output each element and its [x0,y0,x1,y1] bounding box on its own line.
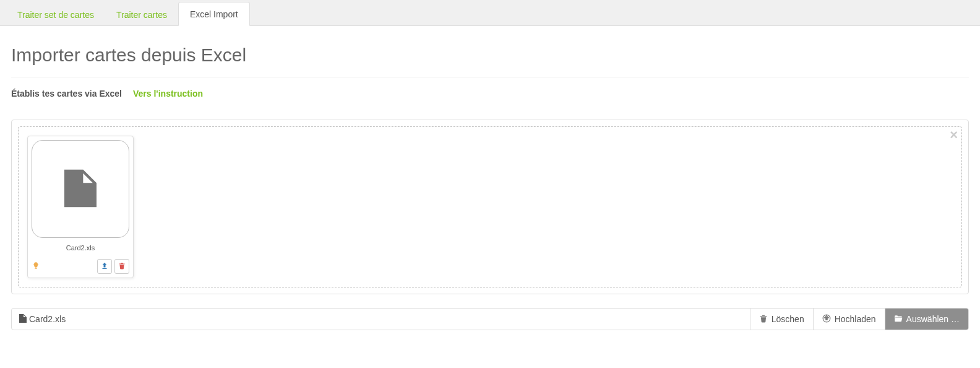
selected-file-name: Card2.xls [29,314,66,324]
upload-arrow-icon [101,261,108,271]
page-title: Importer cartes depuis Excel [11,45,969,66]
button-label: Hochladen [835,314,876,324]
sub-header-row: Établis tes cartes via Excel Vers l'inst… [11,89,969,99]
select-file-button[interactable]: Auswählen … [885,309,968,330]
tab-traiter-cartes[interactable]: Traiter cartes [105,3,178,26]
close-icon[interactable]: × [950,128,958,142]
folder-open-icon [894,314,903,325]
tab-label: Traiter set de cartes [17,10,94,20]
file-action-buttons [97,259,129,274]
button-label: Löschen [772,314,804,324]
file-dropzone[interactable]: × Card2.xls [18,126,962,287]
delete-button[interactable]: Löschen [750,309,813,330]
divider [11,77,969,77]
upload-arrow-icon [822,314,831,325]
upload-button[interactable]: Hochladen [813,309,885,330]
tab-label: Traiter cartes [116,10,167,20]
subtitle-text: Établis tes cartes via Excel [11,89,122,99]
file-actions-row [32,259,129,274]
trash-icon [118,261,126,271]
file-icon [19,314,27,325]
tab-excel-import[interactable]: Excel Import [178,2,250,26]
file-card: Card2.xls [27,136,134,278]
file-upload-button[interactable] [97,259,112,274]
pending-icon [32,261,40,272]
tab-bar: Traiter set de cartes Traiter cartes Exc… [0,0,980,26]
main-content: Importer cartes depuis Excel Établis tes… [0,26,980,349]
file-name-label: Card2.xls [32,242,129,259]
upload-panel: × Card2.xls [11,120,969,294]
file-delete-button[interactable] [114,259,129,274]
document-icon [64,169,97,209]
instruction-link[interactable]: Vers l'instruction [133,89,203,99]
selected-file-display: Card2.xls [12,309,750,330]
tab-label: Excel Import [190,9,238,19]
button-label: Auswählen … [906,314,960,324]
tab-traiter-set[interactable]: Traiter set de cartes [6,3,105,26]
bottom-action-bar: Card2.xls Löschen Hochladen Auswählen … [11,308,969,330]
file-thumbnail [32,140,129,238]
trash-icon [759,314,768,325]
